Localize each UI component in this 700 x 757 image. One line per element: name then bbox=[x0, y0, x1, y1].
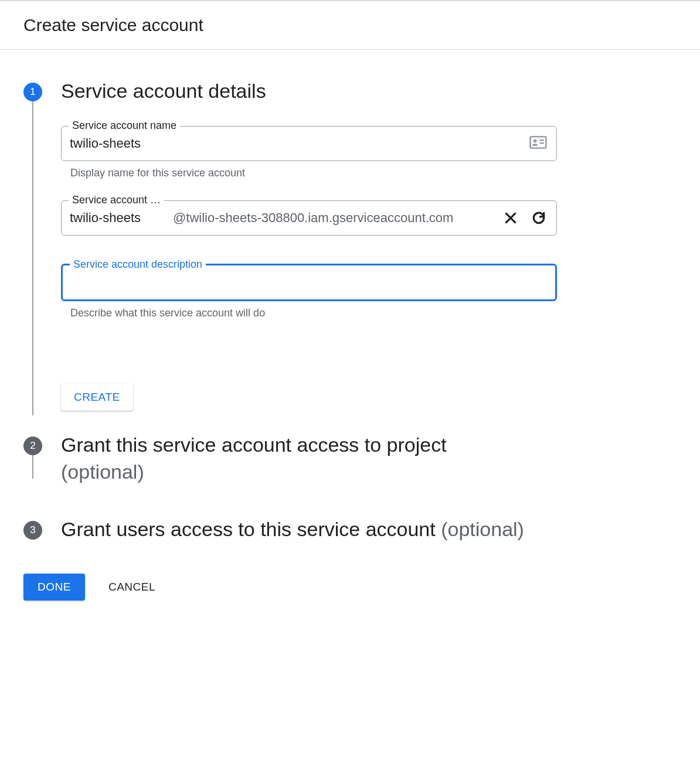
step-3-title: Grant users access to this service accou… bbox=[61, 516, 557, 543]
service-account-desc-wrap: Service account description bbox=[61, 264, 557, 301]
step-2-title-text: Grant this service account access to pro… bbox=[61, 434, 447, 456]
step-1-title: Service account details bbox=[61, 78, 557, 105]
service-account-desc-label: Service account description bbox=[70, 258, 206, 271]
svg-point-1 bbox=[533, 139, 536, 142]
service-account-id-suffix: @twilio-sheets-308800.iam.gserviceaccoun… bbox=[173, 210, 502, 226]
service-account-name-hint: Display name for this service account bbox=[61, 167, 557, 179]
step-3-badge: 3 bbox=[23, 521, 42, 540]
step-connector bbox=[32, 101, 33, 415]
refresh-icon[interactable] bbox=[531, 210, 547, 226]
step-2[interactable]: 2 Grant this service account access to p… bbox=[23, 432, 557, 486]
service-account-id-group: Service account … @twilio-sheets-308800.… bbox=[61, 200, 557, 236]
service-account-desc-hint: Describe what this service account will … bbox=[61, 307, 557, 319]
cancel-button[interactable]: CANCEL bbox=[108, 581, 155, 594]
page-header: Create service account bbox=[0, 0, 700, 50]
step-2-title: Grant this service account access to pro… bbox=[61, 432, 557, 486]
service-account-id-wrap: Service account … @twilio-sheets-308800.… bbox=[61, 200, 557, 236]
step-3-title-text: Grant users access to this service accou… bbox=[61, 518, 441, 540]
service-account-name-label: Service account name bbox=[69, 120, 180, 132]
step-3-optional: (optional) bbox=[441, 518, 524, 540]
step-2-badge: 2 bbox=[23, 437, 42, 455]
clear-icon[interactable] bbox=[502, 210, 519, 226]
step-1: 1 Service account details Service accoun… bbox=[23, 78, 557, 411]
create-button[interactable]: CREATE bbox=[61, 384, 133, 411]
footer-actions: DONE CANCEL bbox=[23, 574, 557, 601]
service-account-name-group: Service account name Display name for th… bbox=[61, 126, 557, 179]
page-title: Create service account bbox=[23, 15, 677, 35]
step-1-badge: 1 bbox=[23, 83, 42, 101]
service-account-name-wrap: Service account name bbox=[61, 126, 557, 161]
step-2-optional: (optional) bbox=[61, 461, 144, 483]
step-3[interactable]: 3 Grant users access to this service acc… bbox=[23, 516, 557, 543]
service-account-id-input[interactable] bbox=[62, 201, 173, 235]
form-content: 1 Service account details Service accoun… bbox=[0, 50, 580, 636]
service-account-desc-group: Service account description Describe wha… bbox=[61, 264, 557, 319]
done-button[interactable]: DONE bbox=[23, 574, 85, 601]
step-connector-2 bbox=[32, 455, 33, 479]
contact-card-icon bbox=[529, 136, 547, 151]
